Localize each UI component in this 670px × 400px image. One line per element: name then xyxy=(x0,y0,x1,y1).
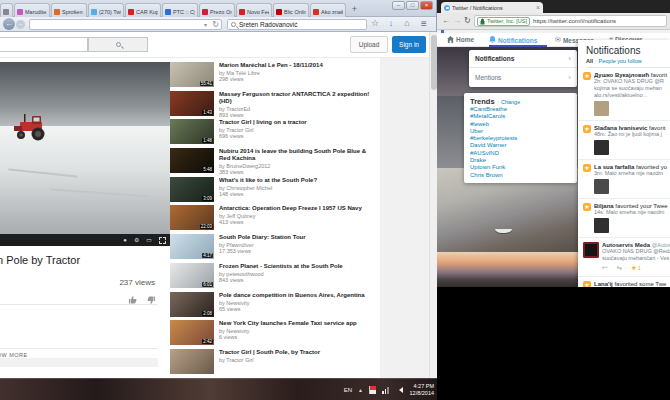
notification-item[interactable]: Душко Вукајловић favorit 2h: OVAKO NAS D… xyxy=(578,68,670,121)
thumbs-down-icon[interactable] xyxy=(147,296,155,304)
trend-link[interactable]: David Warner xyxy=(470,142,571,149)
address-bar[interactable] xyxy=(29,19,222,30)
video-title: What's it like to at the South Pole? xyxy=(219,177,377,184)
tweet-actions: 1 xyxy=(602,264,670,272)
suggested-video[interactable]: 1:43 Massey Ferguson tractor ANTARCTICA … xyxy=(170,91,380,120)
volume-icon[interactable] xyxy=(396,387,403,393)
filter-people-you-follow[interactable]: People you follow xyxy=(599,58,642,64)
chevron-down-icon[interactable] xyxy=(204,20,207,30)
home-icon xyxy=(447,36,454,43)
ev-certificate-badge[interactable]: Twitter, Inc. [US] xyxy=(477,17,530,26)
suggested-video[interactable]: Tractor Girl | South Pole, by Tractor by… xyxy=(170,349,380,378)
trend-link[interactable]: Chris Brown xyxy=(470,172,571,179)
bell-icon xyxy=(489,36,496,44)
reload-button[interactable] xyxy=(464,16,471,26)
network-icon[interactable] xyxy=(382,386,390,394)
player-dot-icon[interactable] xyxy=(123,234,127,246)
notification-item[interactable]: Lana'ij favorited some Twe 16m: ((izivko… xyxy=(578,277,670,287)
trend-link[interactable]: #berkeleyprotests xyxy=(470,135,571,142)
omnibox[interactable]: Twitter, Inc. [US] https://twitter.com/i… xyxy=(474,15,667,27)
trend-link[interactable]: Uptown Funk xyxy=(470,164,571,171)
duration-badge: 22:03 xyxy=(200,224,213,229)
back-button[interactable] xyxy=(3,18,15,30)
upload-button[interactable]: Upload xyxy=(350,36,388,53)
suggested-video[interactable]: 6:01 Frozen Planet - Scientists at the S… xyxy=(170,263,380,292)
filter-all[interactable]: All xyxy=(586,58,593,64)
browser-tab[interactable]: Ako znaš b... xyxy=(310,3,346,17)
suggested-video[interactable]: 22:03 Antarctica: Operation Deep Freeze … xyxy=(170,205,380,234)
chrome-tab[interactable]: Twitter / Notifications xyxy=(441,2,543,13)
signin-button[interactable]: Sign in xyxy=(392,36,426,53)
minimize-button[interactable] xyxy=(392,1,405,10)
suggested-video[interactable]: 3:09 What's it like to at the South Pole… xyxy=(170,177,380,206)
menu-item-mentions[interactable]: Mentions xyxy=(469,68,577,86)
search-bar[interactable]: Sreten Radovanović xyxy=(227,19,367,30)
youtube-search-button[interactable] xyxy=(88,37,148,52)
browser-tab[interactable]: Sprošen p... xyxy=(51,3,87,17)
player-settings-icon[interactable] xyxy=(134,234,139,246)
close-button[interactable] xyxy=(420,1,433,10)
downloads-icon[interactable] xyxy=(384,18,398,31)
bookmark-star-icon[interactable] xyxy=(368,18,382,31)
browser-tab[interactable]: PTC :: Cyn... xyxy=(162,3,198,17)
duration-badge: 5:48 xyxy=(202,167,213,172)
back-button[interactable] xyxy=(442,16,450,26)
notification-item[interactable]: Autoservis Meda @Autose OVAKO NAS DRUG @… xyxy=(578,238,670,277)
suggested-video[interactable]: 55:41 Marion Maréchal Le Pen - 18/11/201… xyxy=(170,62,380,91)
tray-expand-icon[interactable] xyxy=(358,387,363,393)
nav-notifications[interactable]: Notifications xyxy=(489,36,537,44)
browser-tab[interactable]: d xyxy=(0,3,13,17)
notification-body: Autoservis Meda @Autose OVAKO NAS DRUG @… xyxy=(602,242,670,272)
action-center-flag-icon[interactable] xyxy=(369,386,376,394)
menu-item-notifications[interactable]: Notifications xyxy=(469,50,577,68)
player-controls[interactable] xyxy=(0,234,170,246)
reply-icon[interactable] xyxy=(602,264,607,271)
trend-link[interactable]: Uber xyxy=(470,128,571,135)
trend-link[interactable]: #AUSvIND xyxy=(470,150,571,157)
fullscreen-icon[interactable] xyxy=(159,237,166,244)
nav-home[interactable]: Home xyxy=(447,36,474,43)
tab-label: Blic Online... xyxy=(284,9,306,15)
tab-close-icon[interactable] xyxy=(536,3,540,12)
home-icon[interactable] xyxy=(400,18,414,31)
suggested-video[interactable]: 2:42 New York City launches Female Taxi … xyxy=(170,320,380,349)
maximize-button[interactable] xyxy=(406,1,419,10)
thumbs-up-icon[interactable] xyxy=(129,296,137,304)
scrollbar[interactable] xyxy=(429,32,437,378)
firefox-toolbar: Sreten Radovanović xyxy=(0,17,436,32)
trend-link[interactable]: Drake xyxy=(470,157,571,164)
favorite-star-icon xyxy=(583,125,591,133)
video-player[interactable] xyxy=(0,62,170,246)
suggested-video[interactable]: 1:48 Tractor Girl | living on a tractor … xyxy=(170,119,380,148)
notification-item[interactable]: Biljana favorited your Twee 14s: Malo sm… xyxy=(578,199,670,238)
trends-change-link[interactable]: · Change xyxy=(498,99,521,105)
language-indicator[interactable]: EN xyxy=(344,387,352,393)
suggested-video[interactable]: 2:08 Pole dance competition in Buenos Ai… xyxy=(170,292,380,321)
tab-favicon xyxy=(91,9,97,15)
reload-icon[interactable] xyxy=(212,20,219,30)
trend-link[interactable]: #leweb xyxy=(470,121,571,128)
notification-item[interactable]: Slađana Ivanisevic favorit 48m: Žao mi j… xyxy=(578,121,670,160)
suggested-video[interactable]: 5:48 Nubiru 2014 is leave the building S… xyxy=(170,148,380,177)
theater-mode-icon[interactable] xyxy=(146,234,152,246)
trend-link[interactable]: #MetalCarols xyxy=(470,113,571,120)
notification-item[interactable]: La sua farfalla favorited yo 3m: Malo sm… xyxy=(578,160,670,199)
clock[interactable]: 4:27 PM 12/8/2014 xyxy=(410,383,434,397)
browser-tab[interactable]: CAR Kupi... xyxy=(125,3,161,17)
browser-tab[interactable]: Novo Feed... xyxy=(236,3,272,17)
trend-link[interactable]: #CantBreathe xyxy=(470,106,571,113)
browser-tab[interactable]: (270) Twitter xyxy=(88,3,124,17)
video-title: n Pole by Tractor xyxy=(0,254,158,266)
forward-button[interactable] xyxy=(16,20,25,29)
new-tab-button[interactable] xyxy=(349,4,360,16)
menu-icon[interactable] xyxy=(417,18,431,31)
view-count: 237 views xyxy=(0,278,155,287)
browser-tab[interactable]: Blic Online... xyxy=(273,3,309,17)
retweet-icon[interactable] xyxy=(616,264,621,271)
youtube-search-input[interactable] xyxy=(0,37,88,52)
browser-tab[interactable]: Marudite... xyxy=(14,3,50,17)
browser-tab[interactable]: Prezo Onli... xyxy=(199,3,235,17)
favorite-icon[interactable] xyxy=(631,264,637,271)
forward-button[interactable] xyxy=(453,16,461,26)
suggested-video[interactable]: 4:17 South Pole Diary: Station Tour by P… xyxy=(170,234,380,263)
